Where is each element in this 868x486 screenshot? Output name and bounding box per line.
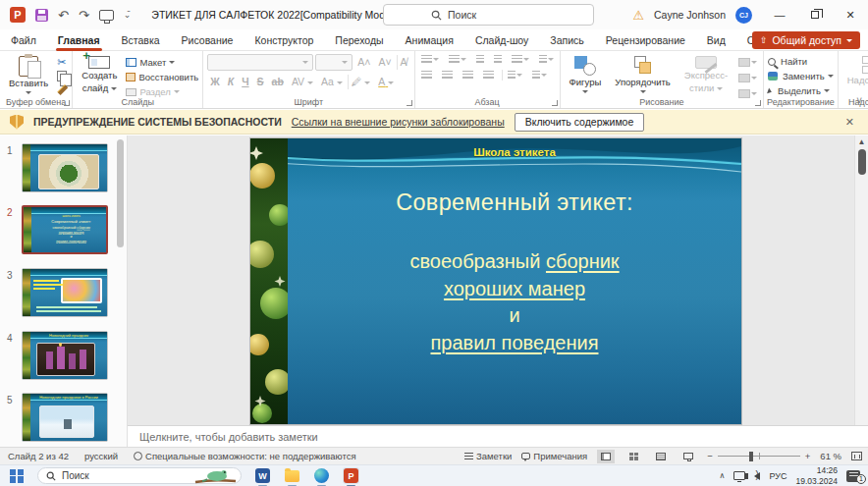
collapse-ribbon-icon[interactable]: ˅ xyxy=(856,95,862,106)
font-dialog-launcher-icon[interactable] xyxy=(407,100,412,106)
slide-header-text[interactable]: Школа этикета xyxy=(288,146,741,158)
account-warning-icon[interactable]: ⚠ xyxy=(632,8,644,23)
tab-animations[interactable]: Анимация xyxy=(395,29,464,51)
user-avatar[interactable]: CJ xyxy=(735,7,752,24)
change-case-button[interactable]: Aa xyxy=(318,75,346,89)
clear-formatting-button[interactable]: А̸ xyxy=(397,55,410,70)
taskbar-edge-icon[interactable] xyxy=(313,467,330,484)
taskbar-file-explorer-icon[interactable] xyxy=(284,467,300,484)
increase-indent-button[interactable] xyxy=(492,54,504,65)
slide-body-text[interactable]: своеобразный сборник хороших манер и пра… xyxy=(288,248,741,356)
security-warning-link[interactable]: Ссылки на внешние рисунки заблокированы xyxy=(292,116,505,128)
replace-button[interactable]: Заменить xyxy=(768,71,834,81)
shape-fill-button[interactable] xyxy=(736,57,759,68)
slide-counter[interactable]: Слайд 2 из 42 xyxy=(8,451,69,461)
tab-record[interactable]: Запись xyxy=(539,29,594,51)
editor-scrollbar-thumb[interactable] xyxy=(858,149,866,175)
fit-slide-to-window-icon[interactable] xyxy=(851,452,862,460)
strikethrough-button[interactable]: S xyxy=(254,75,267,89)
share-button[interactable]: ⇧ Общий доступ xyxy=(752,31,860,49)
clipboard-dialog-launcher-icon[interactable] xyxy=(64,100,70,106)
redo-icon[interactable]: ↷ xyxy=(79,9,89,22)
view-slideshow-button[interactable] xyxy=(679,450,697,463)
quick-styles-button[interactable]: Экспресс- стили xyxy=(679,54,732,96)
grow-font-button[interactable]: А˄ xyxy=(354,55,373,70)
accessibility-status[interactable]: Специальные возможности: не поддерживают… xyxy=(134,451,356,461)
cut-icon[interactable]: ✂ xyxy=(57,57,68,68)
zoom-slider-thumb[interactable] xyxy=(749,452,753,461)
drawing-dialog-launcher-icon[interactable] xyxy=(755,100,761,106)
zoom-slider[interactable] xyxy=(718,456,800,458)
restore-button[interactable] xyxy=(797,0,833,29)
copy-icon[interactable] xyxy=(57,71,67,81)
save-icon[interactable] xyxy=(35,9,48,22)
taskbar-search-box[interactable]: Поиск xyxy=(37,467,242,484)
tab-home[interactable]: Главная xyxy=(47,29,111,51)
smartart-convert-button[interactable] xyxy=(530,70,549,81)
taskbar-clock[interactable]: 14:26 19.03.2024 xyxy=(795,465,838,485)
taskbar-powerpoint-icon[interactable]: P xyxy=(343,467,359,484)
align-left-button[interactable] xyxy=(419,70,434,81)
shapes-button[interactable]: Фигуры xyxy=(565,54,607,96)
user-name[interactable]: Cayne Jonhson xyxy=(654,9,726,21)
bold-button[interactable]: Ж xyxy=(207,75,223,89)
highlight-color-button[interactable]: 🖉 xyxy=(348,75,373,89)
addins-button[interactable]: Надстройки xyxy=(842,54,868,96)
undo-icon[interactable]: ↶ xyxy=(58,9,69,22)
close-button[interactable]: ✕ xyxy=(833,0,868,29)
taskbar-word-icon[interactable]: W xyxy=(254,467,271,484)
zoom-in-button[interactable]: + xyxy=(805,451,811,461)
slide-thumbnail-5[interactable]: Новогодние праздники в России xyxy=(22,393,108,442)
text-shadow-button[interactable]: ab xyxy=(269,75,287,89)
notes-toggle[interactable]: Заметки xyxy=(464,451,512,461)
numbering-button[interactable] xyxy=(447,54,468,65)
layout-button[interactable]: Макет xyxy=(126,57,198,68)
find-button[interactable]: Найти xyxy=(768,56,834,67)
select-button[interactable]: Выделить xyxy=(768,85,834,96)
tab-insert[interactable]: Вставка xyxy=(111,29,171,51)
font-color-button[interactable]: А xyxy=(375,75,397,89)
language-indicator[interactable]: русский xyxy=(84,451,118,461)
tab-transitions[interactable]: Переходы xyxy=(324,29,394,51)
character-spacing-button[interactable]: AV xyxy=(289,75,316,89)
thumbnail-scrollbar-thumb[interactable] xyxy=(117,139,124,247)
slide-thumbnail-3[interactable] xyxy=(22,268,108,317)
shrink-font-button[interactable]: А˅ xyxy=(375,55,394,70)
search-box[interactable]: Поиск xyxy=(383,4,594,26)
view-normal-button[interactable] xyxy=(597,450,615,463)
arrange-button[interactable]: Упорядочить xyxy=(610,54,676,96)
scroll-up-arrow-icon[interactable]: ▲ xyxy=(855,135,868,146)
tab-design[interactable]: Конструктор xyxy=(244,29,324,51)
align-center-button[interactable] xyxy=(440,70,455,81)
slide-title-text[interactable]: Современный этикет: xyxy=(288,189,741,216)
underline-button[interactable]: Ч xyxy=(239,75,251,89)
thumbnail-scrollbar[interactable] xyxy=(117,139,124,434)
input-language[interactable]: РУС xyxy=(769,471,787,481)
notes-pane[interactable]: Щелкните, чтобы добавить заметки xyxy=(128,425,868,447)
tab-file[interactable]: Файл xyxy=(0,29,47,51)
zoom-out-button[interactable]: − xyxy=(707,451,713,461)
shape-outline-button[interactable] xyxy=(736,73,759,83)
comments-toggle[interactable]: Примечания xyxy=(521,451,587,461)
tab-view[interactable]: Вид xyxy=(696,29,736,51)
editor-vertical-scrollbar[interactable]: ▲ xyxy=(854,135,868,425)
font-size-combobox[interactable] xyxy=(315,54,353,71)
customize-qat-icon[interactable]: ⌄̄ xyxy=(124,10,131,20)
slide-thumbnail-1[interactable] xyxy=(22,143,108,192)
line-spacing-button[interactable] xyxy=(510,54,531,65)
text-direction-button[interactable] xyxy=(537,54,556,65)
section-button[interactable]: Раздел xyxy=(126,86,198,97)
decrease-indent-button[interactable] xyxy=(474,54,486,65)
security-bar-close-icon[interactable]: ✕ xyxy=(845,116,858,129)
slide-canvas[interactable]: Школа этикета Современный этикет: своеоб… xyxy=(250,138,741,424)
start-button[interactable] xyxy=(10,469,24,483)
slide-thumbnail-4[interactable]: Новогодний праздник xyxy=(22,331,108,380)
font-name-combobox[interactable] xyxy=(207,54,313,71)
view-slide-sorter-button[interactable] xyxy=(624,450,642,463)
network-icon[interactable] xyxy=(733,471,745,480)
justify-button[interactable] xyxy=(481,70,496,81)
view-reading-button[interactable] xyxy=(652,450,670,463)
slide-thumbnail-2-selected[interactable]: Школа этикета Современный этикет: своеоб… xyxy=(22,205,108,254)
tray-expand-icon[interactable]: ∧ xyxy=(720,471,726,480)
tab-slideshow[interactable]: Слайд-шоу xyxy=(464,29,539,51)
